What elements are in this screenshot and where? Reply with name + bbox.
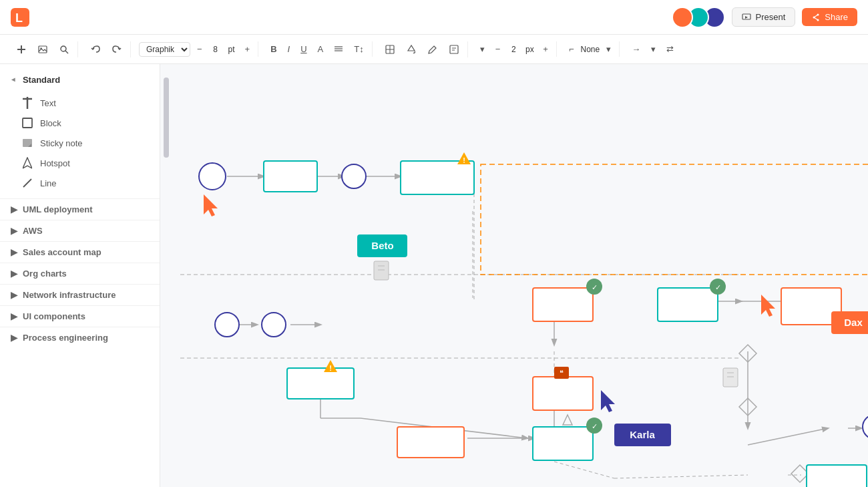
svg-rect-11 [39, 46, 47, 53]
corner-dropdown[interactable]: ▾ [602, 41, 615, 57]
svg-line-29 [23, 179, 31, 187]
present-button[interactable]: Present [732, 7, 795, 27]
sidebar-item-text-label: Text [40, 98, 56, 108]
bold-button[interactable]: B [266, 41, 280, 57]
svg-text:L: L [15, 11, 23, 25]
redo-button[interactable] [107, 41, 126, 57]
svg-marker-103 [563, 415, 572, 425]
svg-text:✓: ✓ [715, 283, 721, 291]
sticky-icon [21, 137, 33, 149]
fill-icon [406, 44, 417, 55]
sidebar-section-standard[interactable]: ▼ Standard [0, 69, 160, 90]
sidebar-section-org[interactable]: ▶ Org charts [0, 263, 160, 284]
sidebar-section-uml-label: UML deployment [23, 204, 93, 214]
font-size-value: 8 [209, 45, 222, 54]
svg-line-8 [814, 17, 818, 20]
color-button[interactable]: A [314, 41, 328, 57]
svg-point-71 [262, 313, 286, 337]
svg-rect-78 [781, 288, 841, 325]
svg-rect-87 [533, 377, 593, 410]
chevron-right-icon-3: ▶ [11, 247, 17, 257]
svg-marker-28 [23, 158, 32, 168]
svg-text:Beto: Beto [371, 240, 393, 251]
corner-label: None [581, 45, 600, 54]
topbar-left: L [11, 8, 29, 27]
sidebar-item-sticky-label: Sticky note [40, 138, 83, 148]
sidebar-section-sales[interactable]: ▶ Sales account map [0, 241, 160, 263]
sidebar: ▼ Standard Text Block [0, 64, 160, 487]
svg-rect-97 [723, 368, 738, 387]
sidebar-section-process[interactable]: ▶ Process engineering [0, 327, 160, 348]
svg-rect-86 [397, 427, 464, 458]
align-button[interactable] [330, 42, 347, 57]
toolbar-stroke: ▾ − 2 px + [472, 41, 557, 57]
svg-text:Karla: Karla [630, 429, 655, 440]
table-button[interactable] [381, 41, 399, 57]
avatar-1[interactable] [672, 7, 693, 28]
sidebar-item-text[interactable]: Text [0, 93, 160, 113]
svg-text:Dax: Dax [844, 317, 863, 328]
undo-button[interactable] [86, 41, 105, 57]
text-icon [21, 97, 33, 109]
toolbar-font: Graphik − 8 pt + [135, 41, 258, 57]
sidebar-section-aws[interactable]: ▶ AWS [0, 220, 160, 241]
sidebar-item-hotspot[interactable]: Hotspot [0, 153, 160, 173]
redo-icon [112, 44, 122, 55]
logo-icon: L [11, 8, 29, 27]
underline-button[interactable]: U [296, 41, 310, 57]
vertical-scrollbar[interactable] [164, 77, 169, 158]
svg-text:!: ! [463, 156, 465, 164]
sidebar-section-ui[interactable]: ▶ UI components [0, 305, 160, 327]
stroke-increase[interactable]: + [539, 41, 552, 57]
svg-rect-88 [554, 367, 569, 379]
flip-button[interactable]: ⇄ [662, 41, 678, 57]
svg-marker-90 [601, 390, 615, 412]
font-size-decrease[interactable]: − [193, 41, 206, 57]
add-tool-button[interactable] [12, 41, 31, 57]
corner-button[interactable]: ⌐ [565, 41, 578, 57]
align-icon [334, 45, 343, 54]
line-icon [21, 177, 33, 189]
stroke-options-button[interactable]: ▾ [476, 41, 489, 57]
code-button[interactable] [445, 41, 463, 57]
stroke-decrease[interactable]: − [491, 41, 505, 57]
font-family-select[interactable]: Graphik [139, 42, 190, 57]
svg-point-58 [199, 163, 226, 190]
text-style-button[interactable]: T↕ [350, 41, 367, 57]
search-icon [59, 44, 69, 55]
svg-rect-67 [374, 261, 389, 280]
canvas[interactable]: ! Beto ✓ ✓ [160, 64, 868, 487]
sidebar-section-network[interactable]: ▶ Network infrastructure [0, 284, 160, 305]
sidebar-item-block[interactable]: Block [0, 113, 160, 133]
svg-rect-59 [264, 161, 317, 192]
chevron-right-icon-7: ▶ [11, 333, 17, 343]
toolbar-history [82, 41, 131, 57]
font-size-increase[interactable]: + [241, 41, 254, 57]
svg-marker-100 [791, 465, 809, 482]
sidebar-item-line[interactable]: Line [0, 173, 160, 193]
italic-button[interactable]: I [284, 41, 294, 57]
svg-marker-82 [739, 345, 756, 362]
sidebar-section-uml[interactable]: ▶ UML deployment [0, 198, 160, 220]
present-icon [742, 13, 751, 22]
svg-text:✓: ✓ [592, 422, 598, 430]
sidebar-item-sticky[interactable]: Sticky note [0, 133, 160, 153]
search-tool-button[interactable] [55, 41, 73, 57]
image-tool-button[interactable] [33, 41, 52, 57]
arrow-style-button[interactable]: → [628, 41, 644, 57]
code-icon [449, 44, 459, 55]
share-button[interactable]: Share [802, 8, 857, 26]
svg-marker-84 [324, 360, 337, 372]
chevron-right-icon-4: ▶ [11, 269, 17, 279]
svg-rect-21 [450, 45, 458, 53]
pen-icon [427, 44, 438, 55]
chevron-down-icon: ▼ [10, 77, 17, 84]
svg-rect-36 [481, 164, 868, 275]
font-size-unit: pt [225, 45, 238, 54]
arrow-dropdown[interactable]: ▾ [647, 41, 660, 57]
toolbar-corner: ⌐ None ▾ [561, 41, 620, 57]
pen-button[interactable] [423, 41, 442, 57]
svg-line-7 [814, 15, 818, 17]
fill-button[interactable] [402, 41, 421, 57]
share-icon [811, 13, 821, 22]
